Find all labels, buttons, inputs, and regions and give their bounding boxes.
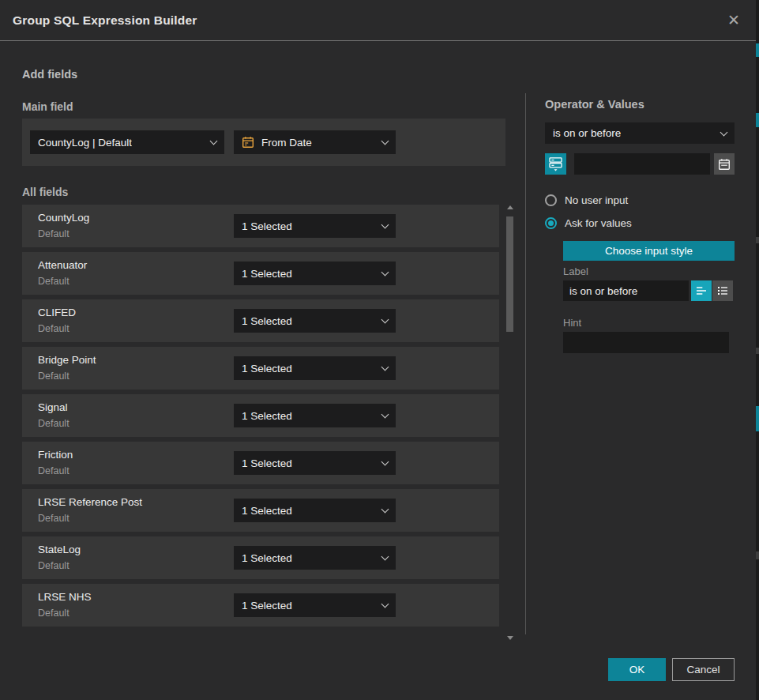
edge-artifact	[756, 237, 759, 243]
field-name: CountyLog	[38, 212, 89, 224]
field-name: Friction	[38, 449, 73, 461]
radio-no-user-input-label: No user input	[565, 194, 628, 206]
field-name: LRSE NHS	[38, 591, 92, 603]
field-row: Signal Default 1 Selected	[22, 394, 499, 437]
main-field-heading: Main field	[22, 100, 73, 113]
chevron-down-icon	[381, 458, 389, 466]
operator-values-heading: Operator & Values	[545, 98, 644, 111]
field-selection-dropdown[interactable]: 1 Selected	[234, 214, 396, 238]
radio-circle-icon	[545, 194, 557, 206]
field-name: Bridge Point	[38, 354, 96, 366]
field-row: Friction Default 1 Selected	[22, 442, 499, 484]
field-sublabel: Default	[38, 323, 70, 334]
selection-count: 1 Selected	[242, 268, 292, 280]
field-sublabel: Default	[38, 418, 70, 429]
field-selection-dropdown[interactable]: 1 Selected	[234, 451, 396, 475]
edge-artifact	[756, 551, 759, 559]
unique-values-button[interactable]	[545, 153, 566, 175]
chevron-down-icon	[381, 269, 389, 277]
calendar-date-icon	[242, 136, 254, 149]
selection-count: 1 Selected	[242, 457, 292, 469]
close-icon[interactable]: ✕	[724, 11, 743, 30]
chevron-down-icon	[381, 506, 389, 514]
field-sublabel: Default	[38, 371, 70, 382]
operator-dropdown[interactable]: is on or before	[545, 122, 735, 144]
chevron-down-icon	[381, 363, 389, 371]
dialog-header: Group SQL Expression Builder ✕	[0, 0, 756, 41]
scrollbar-thumb[interactable]	[506, 216, 513, 332]
chevron-down-icon	[381, 221, 389, 229]
operator-dropdown-value: is on or before	[553, 127, 621, 139]
field-row: Bridge Point Default 1 Selected	[22, 347, 499, 390]
fields-list-scrollbar[interactable]	[505, 204, 516, 640]
value-input[interactable]	[574, 153, 710, 175]
selection-count: 1 Selected	[242, 220, 292, 232]
selection-count: 1 Selected	[242, 505, 292, 517]
field-sublabel: Default	[38, 560, 70, 571]
calendar-icon	[718, 158, 731, 171]
field-sublabel: Default	[38, 608, 70, 619]
scroll-down-arrow-icon[interactable]	[507, 636, 513, 640]
chevron-down-icon	[381, 600, 389, 608]
selection-count: 1 Selected	[242, 315, 292, 327]
field-row: StateLog Default 1 Selected	[22, 536, 499, 579]
field-name: LRSE Reference Post	[38, 496, 142, 508]
field-selection-dropdown[interactable]: 1 Selected	[234, 309, 396, 333]
single-line-input-style-button[interactable]	[691, 280, 712, 301]
hint-input[interactable]	[563, 332, 729, 353]
value-input-row	[545, 153, 735, 175]
dataset-dropdown[interactable]: CountyLog | Default	[30, 130, 224, 154]
dataset-dropdown-value: CountyLog | Default	[38, 137, 132, 149]
panel-divider	[525, 93, 526, 634]
label-input[interactable]	[563, 280, 689, 301]
field-row: LRSE NHS Default 1 Selected	[22, 584, 499, 627]
selection-count: 1 Selected	[242, 363, 292, 374]
edge-artifact	[756, 406, 759, 431]
radio-ask-for-values-label: Ask for values	[565, 217, 632, 229]
chevron-down-icon	[381, 316, 389, 324]
field-name: Attenuator	[38, 259, 87, 271]
calendar-picker-button[interactable]	[714, 153, 735, 175]
choose-input-style-button[interactable]: Choose input style	[563, 241, 735, 261]
group-sql-expression-builder-dialog: Group SQL Expression Builder ✕ Add field…	[0, 0, 759, 700]
radio-ask-for-values[interactable]: Ask for values	[545, 217, 632, 229]
underlying-app-edge	[756, 0, 759, 700]
chevron-down-icon	[210, 137, 218, 145]
radio-no-user-input[interactable]: No user input	[545, 194, 628, 206]
unique-values-icon	[548, 156, 563, 171]
selection-count: 1 Selected	[242, 600, 292, 612]
main-field-dropdown[interactable]: From Date	[234, 130, 396, 154]
list-values-icon	[716, 284, 729, 297]
field-selection-dropdown[interactable]: 1 Selected	[234, 499, 396, 522]
chevron-down-icon	[381, 553, 389, 561]
main-field-container: CountyLog | Default From Date	[22, 119, 505, 166]
field-selection-dropdown[interactable]: 1 Selected	[234, 262, 396, 285]
field-selection-dropdown[interactable]: 1 Selected	[234, 356, 396, 380]
field-row: CountyLog Default 1 Selected	[22, 205, 499, 247]
operator-values-panel: Operator & Values is on or before	[545, 93, 735, 425]
edge-artifact	[756, 348, 759, 354]
list-input-style-button[interactable]	[712, 280, 733, 301]
chevron-down-icon	[381, 137, 389, 145]
field-name: CLIFED	[38, 307, 76, 318]
chevron-down-icon	[381, 411, 389, 419]
dialog-title: Group SQL Expression Builder	[13, 13, 197, 28]
all-fields-list: CountyLog Default 1 Selected Attenuator …	[22, 205, 499, 631]
selection-count: 1 Selected	[242, 552, 292, 564]
field-name: Signal	[38, 401, 68, 413]
all-fields-heading: All fields	[22, 186, 68, 198]
field-row: CLIFED Default 1 Selected	[22, 299, 499, 342]
field-row: Attenuator Default 1 Selected	[22, 252, 499, 295]
scroll-up-arrow-icon[interactable]	[507, 205, 513, 209]
ok-button[interactable]: OK	[608, 658, 666, 681]
edge-artifact	[756, 113, 759, 127]
chevron-down-icon	[720, 128, 728, 136]
field-selection-dropdown[interactable]: 1 Selected	[234, 546, 396, 570]
field-name: StateLog	[38, 544, 81, 555]
field-selection-dropdown[interactable]: 1 Selected	[234, 593, 396, 617]
add-fields-heading: Add fields	[22, 68, 77, 81]
main-field-dropdown-value: From Date	[261, 137, 312, 149]
cancel-button[interactable]: Cancel	[672, 658, 735, 681]
align-left-icon	[695, 284, 708, 297]
field-selection-dropdown[interactable]: 1 Selected	[234, 404, 396, 427]
